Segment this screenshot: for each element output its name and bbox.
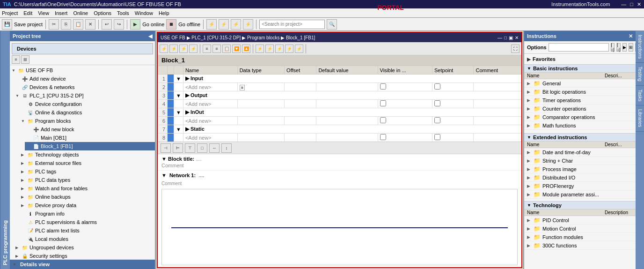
instructions-close-icon[interactable]: ✕ (629, 33, 633, 39)
favorites-toggle[interactable]: ▶ Favorites (527, 55, 633, 63)
instr-comparator[interactable]: ▶ 📁 Comparator operations (524, 113, 636, 121)
menu-project[interactable]: Project (2, 10, 18, 16)
undo-button[interactable]: ↩ (102, 19, 112, 30)
tree-item-security[interactable]: ▶ 🔒 Security settings (14, 252, 155, 260)
instr-general[interactable]: ▶ 📁 General (524, 79, 636, 88)
block-tb-13[interactable]: ⚡ (285, 45, 293, 53)
search-button[interactable]: 🔍 (327, 19, 337, 30)
menu-options[interactable]: Options (94, 10, 111, 16)
table-row[interactable]: 4 <Add new> (158, 100, 521, 108)
instr-function-modules[interactable]: ▶ 📁 Function modules (524, 233, 636, 241)
close-button[interactable]: ✕ (637, 1, 641, 7)
instr-datetime[interactable]: ▶ 📁 Date and time-of-day (524, 148, 636, 157)
tree-item-add-device[interactable]: ➕ Add new device (14, 75, 155, 83)
nav-btn-1[interactable]: ⊣ (161, 143, 171, 153)
cut-button[interactable]: ✂ (49, 19, 59, 30)
v-tab-testing[interactable]: Testing (636, 63, 644, 86)
row-expand-5[interactable]: ▼ (174, 108, 183, 117)
toolbar-btn-4[interactable]: ⚡ (243, 19, 253, 30)
details-view[interactable]: ▼ Details view (10, 260, 155, 269)
cell-setpoint-6[interactable] (432, 117, 474, 125)
table-row[interactable]: 7 ▼ ▶ Static (158, 125, 521, 134)
block-tb-9[interactable]: 🔼 (242, 45, 250, 53)
cell-visible-2[interactable] (378, 83, 432, 91)
options-btn-4[interactable]: ⊞ (629, 43, 633, 52)
block-tb-2[interactable]: ⚡ (169, 45, 178, 53)
options-input[interactable] (549, 43, 609, 52)
toolbar-btn-3[interactable]: ⚡ (231, 19, 241, 30)
title-bar-controls[interactable]: InstrumentationTools.com — □ ✕ (551, 1, 641, 7)
tree-item-external-sources[interactable]: ▶ 📁 External source files (19, 159, 155, 167)
instr-profi-energy[interactable]: ▶ 📁 PROFIenergy (524, 182, 636, 190)
copy-button[interactable]: ⎘ (61, 19, 71, 30)
instr-module-param[interactable]: ▶ 📁 Module parameter assi... (524, 190, 636, 199)
block-tb-12[interactable]: ⚡ (275, 45, 284, 53)
block-tb-3[interactable]: ⚡ (179, 45, 188, 53)
v-tab-instructions[interactable]: Instructions (636, 31, 644, 63)
block-close-button[interactable]: ✕ (515, 35, 519, 40)
cell-setpoint-2[interactable] (432, 83, 474, 91)
table-row[interactable]: 2 <Add new> ≡ (158, 83, 521, 91)
menu-tools[interactable]: Tools (117, 10, 129, 16)
block-restore-button[interactable]: □ (504, 35, 507, 40)
tree-item-block1-fb1[interactable]: 📄 Block_1 [FB1] (25, 142, 155, 150)
add-new-output[interactable]: <Add new> (183, 100, 237, 108)
table-row[interactable]: 5 ▼ ▶ InOut (158, 108, 521, 117)
table-row[interactable]: 1 ▼ ▶ Input (158, 75, 521, 83)
instr-string[interactable]: ▶ 📁 String + Char (524, 157, 636, 165)
go-online-label[interactable]: Go online (142, 22, 164, 27)
network-toggle[interactable]: ▼ (161, 172, 167, 178)
tree-item-plc-supervisions[interactable]: ⚠ PLC supervisions & alarms (19, 218, 155, 226)
redo-button[interactable]: ↪ (114, 19, 124, 30)
block-tb-11[interactable]: ⚡ (265, 45, 274, 53)
v-tab-tasks[interactable]: Tasks (636, 86, 644, 106)
instr-counter[interactable]: ▶ 📁 Counter operations (524, 105, 636, 113)
cell-setpoint-4[interactable] (432, 100, 474, 108)
nav-btn-4[interactable]: □ (197, 143, 207, 153)
search-input[interactable] (259, 20, 325, 29)
block-maximize-button[interactable]: ▣ (509, 35, 513, 40)
row-expand-1[interactable]: ▼ (174, 75, 183, 83)
tree-item-plc1[interactable]: ▼ 🖥 PLC_1 [CPU 315-2 DP] (14, 91, 155, 100)
nav-btn-6[interactable]: ↕ (221, 143, 232, 153)
v-tab-libraries[interactable]: Libraries (636, 105, 644, 131)
block-window-controls[interactable]: — □ ▣ ✕ (498, 35, 519, 40)
add-new-static[interactable]: <Add new> (183, 134, 237, 142)
instr-300c-functions[interactable]: ▶ 📁 300C functions (524, 241, 636, 250)
tree-item-online-diagnostics[interactable]: 📡 Online & diagnostics (19, 108, 155, 117)
table-row[interactable]: 6 <Add new> (158, 117, 521, 125)
plc-programming-tab[interactable]: PLC programming (0, 31, 10, 269)
menu-view[interactable]: View (38, 10, 49, 16)
block-tb-expand[interactable]: ⛶ (511, 45, 520, 53)
toolbar-btn-2[interactable]: ⚡ (219, 19, 229, 30)
tree-item-ungrouped[interactable]: ▶ 📁 Ungrouped devices (14, 243, 155, 252)
options-btn-1[interactable]: |↕| (611, 43, 615, 52)
cell-visible-6[interactable] (378, 117, 432, 125)
go-online-button[interactable]: ▶ (130, 19, 140, 30)
block-minimize-button[interactable]: — (498, 35, 502, 40)
table-row[interactable]: 8 <Add new> (158, 134, 521, 142)
add-new-inout[interactable]: <Add new> (183, 117, 237, 125)
block-tb-8[interactable]: 🔽 (232, 45, 241, 53)
toolbar-btn-1[interactable]: ⚡ (206, 19, 217, 30)
technology-header[interactable]: ▼ Technology (524, 202, 636, 209)
basic-instructions-header[interactable]: ▼ Basic instructions (524, 65, 636, 73)
tree-item-local-modules[interactable]: 🔌 Local modules (19, 235, 155, 243)
tree-item-plc-data-types[interactable]: ▶ 📁 PLC data types (19, 176, 155, 184)
network-diagram[interactable] (161, 189, 518, 265)
options-btn-2[interactable]: |↕| (616, 43, 621, 52)
menu-edit[interactable]: Edit (23, 10, 32, 16)
row-expand-7[interactable]: ▼ (174, 125, 183, 134)
tree-btn-2[interactable]: ⊞ (21, 55, 29, 64)
tree-item-watch-force[interactable]: ▶ 📁 Watch and force tables (19, 184, 155, 193)
devices-tab[interactable]: Devices (12, 43, 153, 54)
block-tb-10[interactable]: ⚡ (256, 45, 264, 53)
menu-insert[interactable]: Insert (55, 10, 68, 16)
tree-item-use-of-fb[interactable]: ▼ 📁 USE OF FB (10, 66, 155, 75)
instr-distributed-io[interactable]: ▶ 📁 Distributed I/O (524, 173, 636, 182)
instr-pid-control[interactable]: ▶ 📁 PID Control (524, 216, 636, 224)
tree-item-program-info[interactable]: ℹ Program info (19, 209, 155, 218)
tree-item-technology[interactable]: ▶ 📁 Technology objects (19, 150, 155, 159)
menu-window[interactable]: Window (135, 10, 153, 16)
instr-bit-logic[interactable]: ▶ 📁 Bit logic operations (524, 88, 636, 96)
